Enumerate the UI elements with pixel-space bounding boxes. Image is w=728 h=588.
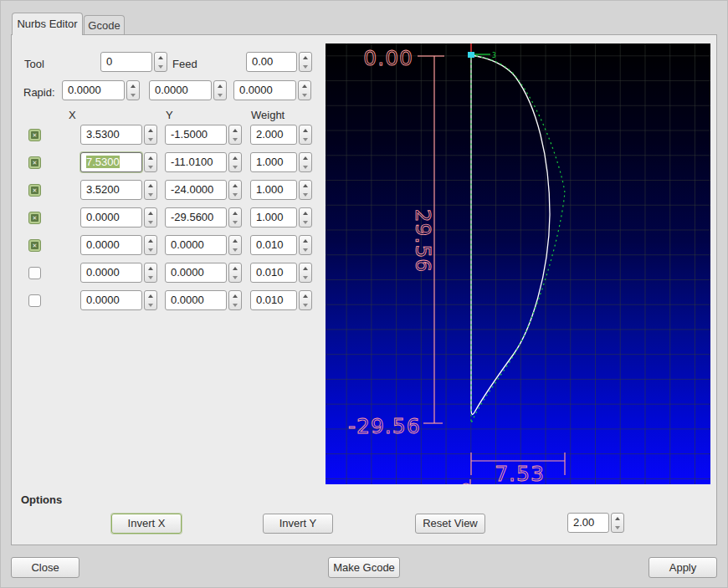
spin-down-icon[interactable] xyxy=(145,273,156,282)
point-enable-checkbox[interactable]: ✕ xyxy=(28,239,41,252)
weight-spin-buttons[interactable] xyxy=(299,263,312,283)
spin-down-icon[interactable] xyxy=(229,300,241,309)
tool-input[interactable]: 0 xyxy=(100,52,152,72)
x-spin-buttons[interactable] xyxy=(144,152,157,172)
weight-spin-buttons[interactable] xyxy=(299,207,312,228)
y-input[interactable]: 0.0000 xyxy=(165,263,227,283)
x-spin-buttons[interactable] xyxy=(144,235,157,255)
x-spin-buttons[interactable] xyxy=(144,290,157,310)
y-spin-buttons[interactable] xyxy=(228,290,242,310)
y-input[interactable]: -24.0000 xyxy=(165,180,227,200)
spin-up-icon[interactable] xyxy=(145,208,156,217)
start-point-icon[interactable] xyxy=(468,52,474,58)
spin-up-icon[interactable] xyxy=(145,125,156,135)
y-input[interactable]: -29.5600 xyxy=(165,207,227,228)
point-enable-checkbox[interactable]: ✕ xyxy=(28,129,41,141)
spin-up-icon[interactable] xyxy=(155,53,167,62)
spin-down-icon[interactable] xyxy=(145,162,156,171)
x-input[interactable]: 0.0000 xyxy=(80,263,142,283)
invert-x-button[interactable]: Invert X xyxy=(111,514,182,534)
apply-button[interactable]: Apply xyxy=(649,557,717,578)
spin-down-icon[interactable] xyxy=(300,190,311,199)
spin-up-icon[interactable] xyxy=(229,236,241,245)
rapid-z-input[interactable]: 0.0000 xyxy=(233,80,296,100)
spin-down-icon[interactable] xyxy=(300,62,311,71)
point-enable-checkbox[interactable]: ✕ xyxy=(28,156,41,169)
spin-up-icon[interactable] xyxy=(612,514,623,523)
x-spin-buttons[interactable] xyxy=(144,125,157,145)
spin-down-icon[interactable] xyxy=(145,135,156,144)
point-enable-checkbox[interactable]: ✕ xyxy=(28,212,41,224)
spin-up-icon[interactable] xyxy=(127,81,139,90)
spin-up-icon[interactable] xyxy=(300,153,311,162)
scale-input[interactable]: 2.00 xyxy=(567,513,609,533)
spin-down-icon[interactable] xyxy=(300,135,311,144)
y-spin-buttons[interactable] xyxy=(228,152,242,172)
spin-down-icon[interactable] xyxy=(229,162,241,171)
rapid-z-spin-buttons[interactable] xyxy=(298,80,311,100)
spin-up-icon[interactable] xyxy=(300,291,311,300)
spin-up-icon[interactable] xyxy=(145,263,156,273)
spin-down-icon[interactable] xyxy=(229,135,241,144)
scale-spin-buttons[interactable] xyxy=(611,513,624,533)
spin-down-icon[interactable] xyxy=(300,162,311,171)
spin-down-icon[interactable] xyxy=(300,300,311,309)
feed-spin-buttons[interactable] xyxy=(299,52,312,72)
spin-up-icon[interactable] xyxy=(300,181,311,190)
y-spin-buttons[interactable] xyxy=(228,263,242,283)
spin-up-icon[interactable] xyxy=(300,263,311,273)
y-spin-buttons[interactable] xyxy=(228,125,242,145)
x-spin-buttons[interactable] xyxy=(144,263,157,283)
make-gcode-button[interactable]: Make Gcode xyxy=(328,557,400,578)
spin-up-icon[interactable] xyxy=(300,53,311,62)
x-input[interactable]: 0.0000 xyxy=(80,207,142,228)
weight-spin-buttons[interactable] xyxy=(299,125,312,145)
point-enable-checkbox[interactable]: ✕ xyxy=(28,267,41,279)
spin-up-icon[interactable] xyxy=(229,153,241,162)
weight-spin-buttons[interactable] xyxy=(299,180,312,200)
y-spin-buttons[interactable] xyxy=(228,180,242,200)
spin-up-icon[interactable] xyxy=(229,125,241,135)
reset-view-button[interactable]: Reset View xyxy=(415,514,485,534)
spin-up-icon[interactable] xyxy=(145,291,156,300)
tool-spin-buttons[interactable] xyxy=(154,52,167,72)
spin-up-icon[interactable] xyxy=(300,125,311,135)
x-input[interactable]: 3.5300 xyxy=(80,125,142,145)
spin-up-icon[interactable] xyxy=(145,181,156,190)
x-spin-buttons[interactable] xyxy=(144,207,157,228)
weight-input[interactable]: 0.010 xyxy=(250,235,297,255)
y-input[interactable]: 0.0000 xyxy=(165,235,227,255)
spin-down-icon[interactable] xyxy=(145,190,156,199)
y-spin-buttons[interactable] xyxy=(228,207,242,228)
weight-input[interactable]: 0.010 xyxy=(250,263,297,283)
feed-input[interactable]: 0.00 xyxy=(246,52,297,72)
spin-up-icon[interactable] xyxy=(229,291,241,300)
y-spin-buttons[interactable] xyxy=(228,235,242,255)
rapid-x-input[interactable]: 0.0000 xyxy=(62,80,125,100)
spin-down-icon[interactable] xyxy=(145,245,156,254)
spin-down-icon[interactable] xyxy=(300,273,311,282)
point-enable-checkbox[interactable]: ✕ xyxy=(28,294,41,307)
weight-input[interactable]: 2.000 xyxy=(250,125,297,145)
spin-down-icon[interactable] xyxy=(299,90,310,100)
point-enable-checkbox[interactable]: ✕ xyxy=(28,184,41,197)
spin-down-icon[interactable] xyxy=(229,190,241,199)
spin-up-icon[interactable] xyxy=(145,153,156,162)
spin-up-icon[interactable] xyxy=(229,208,241,217)
spin-down-icon[interactable] xyxy=(127,90,139,100)
weight-spin-buttons[interactable] xyxy=(299,290,312,310)
spin-down-icon[interactable] xyxy=(229,245,241,254)
spin-down-icon[interactable] xyxy=(155,62,167,71)
spin-down-icon[interactable] xyxy=(145,300,156,309)
spin-up-icon[interactable] xyxy=(214,81,226,90)
y-input[interactable]: -1.5000 xyxy=(165,125,227,145)
x-input[interactable]: 0.0000 xyxy=(80,290,142,310)
x-input[interactable]: 3.5200 xyxy=(80,180,142,200)
x-input[interactable]: 0.0000 xyxy=(80,235,142,255)
spin-up-icon[interactable] xyxy=(145,236,156,245)
spin-down-icon[interactable] xyxy=(300,217,311,227)
spin-down-icon[interactable] xyxy=(214,90,226,100)
y-input[interactable]: 0.0000 xyxy=(165,290,227,310)
rapid-x-spin-buttons[interactable] xyxy=(126,80,140,100)
spin-up-icon[interactable] xyxy=(229,263,241,273)
